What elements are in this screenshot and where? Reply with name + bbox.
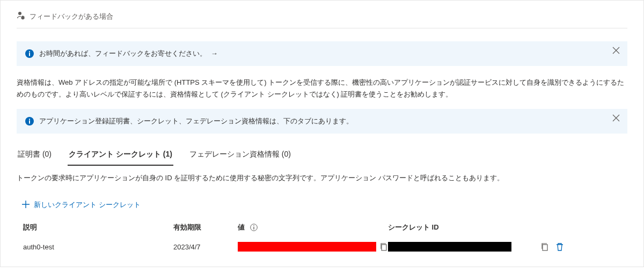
new-client-secret-label: 新しいクライアント シークレット <box>34 200 141 210</box>
info-bar-feedback: お時間があれば、フィードバックをお寄せください。 → <box>17 41 627 66</box>
svg-rect-7 <box>253 227 254 230</box>
tab-description: トークンの要求時にアプリケーションが自身の ID を証明するために使用する秘密の… <box>17 166 627 188</box>
arrow-right-icon[interactable]: → <box>211 49 218 57</box>
info-bar-feedback-text: お時間があれば、フィードバックをお寄せください。 <box>39 49 207 57</box>
tabs: 証明書 (0) クライアント シークレット (1) フェデレーション資格情報 (… <box>17 144 627 166</box>
table-row: auth0-test 2023/4/7 <box>17 238 627 256</box>
svg-rect-1 <box>29 53 30 56</box>
info-icon[interactable] <box>250 224 258 231</box>
cell-expiry: 2023/4/7 <box>173 243 238 251</box>
table-header: 説明 有効期限 値 シークレット ID <box>17 218 627 238</box>
copy-icon[interactable] <box>540 242 549 251</box>
tab-certificates[interactable]: 証明書 (0) <box>17 144 53 166</box>
close-icon[interactable] <box>612 47 620 54</box>
plus-icon <box>22 201 30 210</box>
svg-rect-2 <box>29 51 30 53</box>
svg-rect-9 <box>382 245 386 250</box>
info-icon <box>25 117 34 126</box>
feedback-header-text: フィードバックがある場合 <box>30 12 113 21</box>
new-client-secret-button[interactable]: 新しいクライアント シークレット <box>17 188 627 218</box>
cell-description: auth0-test <box>23 243 173 251</box>
secrets-table: 説明 有効期限 値 シークレット ID auth0-test 2023/4/7 <box>17 218 627 256</box>
info-icon <box>25 49 34 58</box>
cell-value-redacted <box>238 242 376 252</box>
svg-rect-8 <box>253 225 254 226</box>
svg-rect-5 <box>29 119 30 120</box>
info-bar-tabs: アプリケーション登録証明書、シークレット、フェデレーション資格情報は、下のタブに… <box>17 109 627 134</box>
close-icon[interactable] <box>612 114 620 122</box>
copy-icon[interactable] <box>379 242 388 251</box>
feedback-header[interactable]: フィードバックがある場合 <box>17 11 627 28</box>
credentials-description: 資格情報は、Web アドレスの指定が可能な場所で (HTTPS スキーマを使用し… <box>17 66 627 109</box>
col-header-secret-id: シークレット ID <box>388 223 538 232</box>
col-header-value: 値 <box>238 223 388 232</box>
tab-federated-credentials[interactable]: フェデレーション資格情報 (0) <box>188 144 292 166</box>
delete-icon[interactable] <box>555 242 564 251</box>
col-header-expiry: 有効期限 <box>173 223 238 232</box>
svg-rect-10 <box>543 245 547 250</box>
cell-secret-id-redacted <box>388 242 511 252</box>
tab-client-secrets[interactable]: クライアント シークレット (1) <box>68 144 173 166</box>
feedback-person-icon <box>17 11 25 21</box>
col-header-description: 説明 <box>23 223 173 232</box>
svg-rect-4 <box>29 121 30 124</box>
info-bar-tabs-text: アプリケーション登録証明書、シークレット、フェデレーション資格情報は、下のタブに… <box>39 116 353 126</box>
